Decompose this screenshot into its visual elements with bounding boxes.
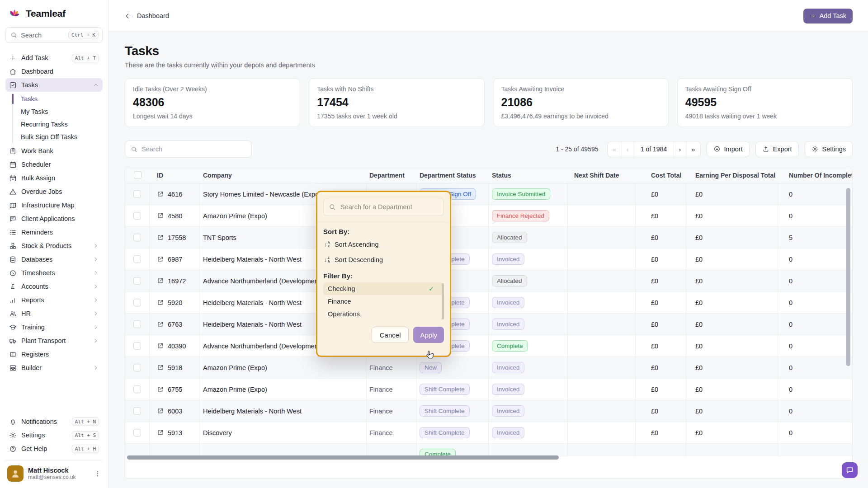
table-horizontal-scrollbar[interactable]	[127, 455, 559, 460]
department-status-badge: Shift Complete	[420, 384, 470, 395]
row-checkbox[interactable]	[133, 320, 141, 328]
sidebar-item-add-task[interactable]: Add TaskAlt + T	[5, 51, 103, 65]
table-row[interactable]: 4616Story Homes Limited - Newcastle (Exp…	[125, 183, 852, 205]
user-menu[interactable]: Matt Hiscock matt@senses.co.uk	[5, 460, 103, 483]
sidebar-item-reports[interactable]: Reports	[5, 293, 103, 307]
column-header-next_shift[interactable]: Next Shift Date	[568, 167, 636, 183]
sidebar-item-tasks[interactable]: Tasks	[5, 78, 103, 92]
sidebar-item-settings[interactable]: SettingsAlt + S	[5, 428, 103, 442]
table-row[interactable]: 4580Amazon Prime (Expo)Finance Rejected£…	[125, 205, 852, 227]
table-row[interactable]: 5918Amazon Prime (Expo)FinanceNewInvoice…	[125, 357, 852, 379]
sidebar-item-infrastructure-map[interactable]: Infrastructure Map	[5, 198, 103, 212]
sidebar-item-notifications[interactable]: NotificationsAlt + N	[5, 415, 103, 428]
row-checkbox[interactable]	[133, 407, 141, 415]
sidebar-item-bulk-assign[interactable]: Bulk Assign	[5, 171, 103, 185]
sidebar-item-plant-transport[interactable]: Plant Transport	[5, 334, 103, 347]
department-search-input[interactable]: Search for a Department	[323, 198, 444, 216]
kebab-menu-icon[interactable]	[94, 470, 101, 477]
table-row[interactable]: Complete	[125, 444, 852, 456]
cell-company: Amazon Prime (Expo)	[199, 379, 367, 400]
first-page-button[interactable]: «	[608, 141, 622, 157]
sidebar-item-training[interactable]: Training	[5, 320, 103, 334]
column-header-incomplete[interactable]: Number Of Incomplete	[778, 167, 853, 183]
sidebar-subitem-bulk-sign-off-tasks[interactable]: Bulk Sign Off Tasks	[13, 131, 103, 143]
sidebar-item-reminders[interactable]: Reminders	[5, 225, 103, 239]
table-settings-button[interactable]: Settings	[805, 141, 853, 157]
add-task-button[interactable]: Add Task	[803, 9, 853, 23]
table-row[interactable]: 16972Advance Northumberland (Development…	[125, 270, 852, 292]
table-header-row: IDCompanyDepartmentDepartment StatusStat…	[125, 167, 852, 183]
row-checkbox[interactable]	[133, 190, 141, 198]
row-checkbox[interactable]	[133, 255, 141, 263]
sidebar-item-registers[interactable]: Registers	[5, 347, 103, 361]
import-button[interactable]: Import	[707, 141, 750, 157]
topbar: Dashboard Add Task	[108, 0, 868, 32]
map-icon	[9, 202, 17, 209]
table-row[interactable]: 6003Heidelberg Materials - North WestFin…	[125, 400, 852, 422]
row-checkbox[interactable]	[133, 234, 141, 241]
department-option-operations[interactable]: Operations	[323, 308, 444, 320]
department-option-finance[interactable]: Finance	[323, 295, 444, 308]
row-checkbox[interactable]	[133, 212, 141, 220]
row-checkbox[interactable]	[133, 364, 141, 371]
page-title: Tasks	[125, 44, 853, 58]
sidebar-item-hr[interactable]: HR	[5, 307, 103, 320]
sidebar-item-dashboard[interactable]: Dashboard	[5, 65, 103, 78]
export-button[interactable]: Export	[755, 141, 799, 157]
row-checkbox[interactable]	[133, 299, 141, 306]
external-link-icon	[157, 321, 164, 328]
sidebar-item-work-bank[interactable]: Work Bank	[5, 144, 103, 158]
table-row[interactable]: 5913DiscoveryFinanceShift CompleteInvoic…	[125, 422, 852, 444]
prev-page-button[interactable]: ‹	[622, 141, 634, 157]
sidebar-item-timesheets[interactable]: Timesheets	[5, 266, 103, 280]
row-checkbox[interactable]	[133, 385, 141, 393]
last-page-button[interactable]: »	[686, 141, 700, 157]
sidebar-subitem-tasks[interactable]: Tasks	[13, 93, 103, 105]
sidebar-item-client-applications[interactable]: Client Applications	[5, 212, 103, 225]
table-row[interactable]: 6755Amazon Prime (Expo)FinanceShift Comp…	[125, 379, 852, 400]
sidebar-item-databases[interactable]: Databases	[5, 253, 103, 266]
popup-list-scrollbar[interactable]	[442, 283, 444, 319]
table-vertical-scrollbar[interactable]	[846, 188, 850, 366]
sidebar-item-scheduler[interactable]: Scheduler	[5, 158, 103, 171]
task-id: 6987	[168, 256, 182, 263]
cancel-button[interactable]: Cancel	[372, 327, 409, 343]
table-row[interactable]: 40390Advance Northumberland (Development…	[125, 335, 852, 357]
column-header-department[interactable]: Department	[367, 167, 416, 183]
sidebar-search-input[interactable]: Search Ctrl + K	[5, 27, 103, 43]
sidebar-subitem-recurring-tasks[interactable]: Recurring Tasks	[13, 118, 103, 131]
sidebar-item-builder[interactable]: Builder	[5, 361, 103, 375]
sort-ascending-option[interactable]: ↓AZ Sort Ascending	[323, 238, 444, 251]
column-header-earning[interactable]: Earning Per Disposal Total	[686, 167, 778, 183]
column-header-id[interactable]: ID	[150, 167, 199, 183]
column-header-dept_status[interactable]: Department Status	[416, 167, 489, 183]
select-all-checkbox[interactable]	[134, 171, 142, 179]
table-row[interactable]: 17558TNT SportsAllocated£0£05	[125, 227, 852, 249]
row-checkbox[interactable]	[133, 342, 141, 350]
breadcrumb-back[interactable]: Dashboard	[125, 12, 169, 20]
table-row[interactable]: 5920Heidelberg Materials - North WestShi…	[125, 292, 852, 314]
cell-cost: £0	[636, 357, 686, 378]
mouse-cursor	[425, 350, 434, 361]
sidebar-subitem-my-tasks[interactable]: My Tasks	[13, 105, 103, 118]
row-checkbox[interactable]	[133, 277, 141, 285]
column-header-company[interactable]: Company	[199, 167, 367, 183]
sidebar-item-overdue-jobs[interactable]: Overdue Jobs	[5, 185, 103, 198]
row-checkbox[interactable]	[133, 429, 141, 436]
chat-button[interactable]	[842, 462, 858, 478]
apply-button[interactable]: Apply	[413, 327, 444, 343]
cell-incomplete: 0	[778, 205, 852, 226]
column-header-cost[interactable]: Cost Total	[636, 167, 686, 183]
sidebar-item-stock-products[interactable]: Stock & Products	[5, 239, 103, 253]
department-option-checking[interactable]: Checking✓	[323, 282, 444, 295]
table-search-input[interactable]: Search	[125, 141, 252, 158]
sidebar-item-label: Dashboard	[21, 68, 99, 75]
stat-card-tasks-awaiting-invoice: Tasks Awaiting Invoice21086£3,496,476.49…	[493, 78, 669, 127]
sidebar-item-accounts[interactable]: Accounts	[5, 280, 103, 293]
column-header-status[interactable]: Status	[489, 167, 568, 183]
sort-descending-option[interactable]: ↓ZA Sort Descending	[323, 253, 444, 266]
table-row[interactable]: 6763Heidelberg Materials - North WestShi…	[125, 314, 852, 335]
sidebar-item-get-help[interactable]: Get HelpAlt + H	[5, 442, 103, 455]
table-row[interactable]: 6987Heidelberg Materials - North WestShi…	[125, 249, 852, 270]
next-page-button[interactable]: ›	[674, 141, 686, 157]
